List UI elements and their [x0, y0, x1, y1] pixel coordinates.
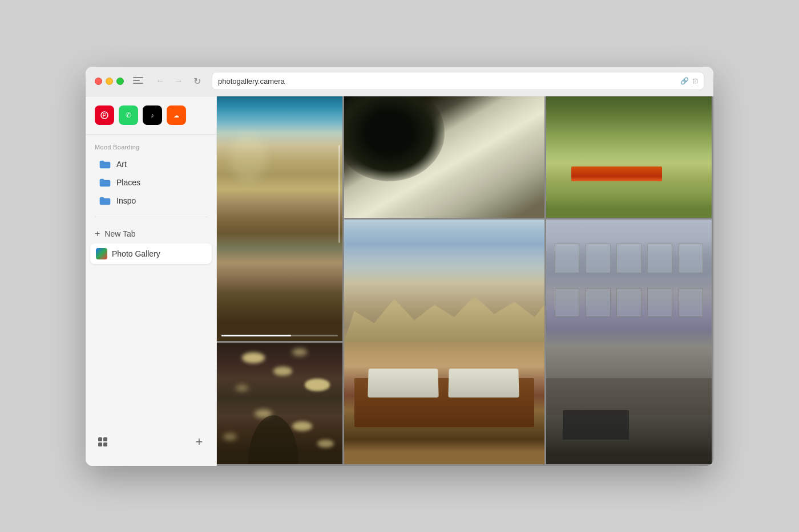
bookmarks-row: P ✆ ♪ ☁	[86, 105, 216, 135]
title-bar: ← → ↻ photogallery.camera 🔗 ⊡	[86, 67, 713, 96]
bookmark-whatsapp[interactable]: ✆	[119, 105, 138, 125]
svg-text:♪: ♪	[151, 112, 154, 119]
active-tab[interactable]: Photo Gallery	[90, 243, 212, 264]
nav-buttons: ← → ↻	[152, 73, 205, 89]
add-icon: +	[196, 436, 203, 448]
address-bar[interactable]: photogallery.camera 🔗 ⊡	[212, 72, 704, 90]
refresh-button[interactable]: ↻	[189, 73, 205, 89]
bookmark-soundcloud[interactable]: ☁	[167, 105, 186, 125]
folder-icon-places	[99, 178, 111, 187]
sidebar-item-art-label: Art	[116, 160, 127, 169]
sidebar-footer: +	[86, 427, 216, 457]
forward-button[interactable]: →	[171, 73, 187, 89]
gallery-area	[217, 96, 713, 466]
photo-paris-building[interactable]	[546, 220, 712, 464]
new-tab-label: New Tab	[104, 229, 135, 238]
link-icon[interactable]: 🔗	[680, 77, 689, 85]
svg-text:☁: ☁	[173, 112, 179, 119]
svg-text:P: P	[103, 112, 107, 119]
sidebar-divider	[95, 217, 207, 217]
photo-green-bench[interactable]	[546, 96, 712, 218]
section-label: Mood Boarding	[86, 135, 216, 155]
sidebar-item-inspo-label: Inspo	[116, 196, 136, 205]
browser-window: ← → ↻ photogallery.camera 🔗 ⊡ P ✆ ♪	[86, 67, 713, 466]
sidebar-item-places-label: Places	[116, 178, 140, 187]
add-button[interactable]: +	[191, 434, 207, 450]
active-tab-label: Photo Gallery	[112, 249, 160, 258]
traffic-lights	[95, 78, 124, 85]
sidebar-toggle-button[interactable]	[133, 77, 143, 85]
url-text: photogallery.camera	[218, 77, 677, 86]
settings-icon[interactable]	[95, 434, 111, 450]
sidebar-item-inspo[interactable]: Inspo	[90, 192, 212, 210]
photo-beach-aerial[interactable]	[217, 96, 342, 341]
scroll-indicator	[338, 145, 340, 243]
progress-indicator	[221, 335, 338, 336]
share-icon[interactable]: ⊡	[692, 77, 698, 85]
photo-bokeh-lights[interactable]	[217, 343, 342, 464]
plus-icon: +	[95, 229, 100, 239]
close-button[interactable]	[95, 78, 102, 85]
sidebar-item-art[interactable]: Art	[90, 155, 212, 173]
svg-rect-8	[103, 442, 107, 446]
tab-favicon	[96, 248, 107, 259]
svg-text:✆: ✆	[126, 111, 131, 119]
photo-pathway[interactable]	[344, 96, 544, 218]
bookmark-tiktok[interactable]: ♪	[143, 105, 162, 125]
sidebar: P ✆ ♪ ☁ Mood Boarding	[86, 96, 217, 466]
photo-desert-loungers[interactable]	[344, 220, 544, 464]
back-button[interactable]: ←	[152, 73, 168, 89]
folder-icon-inspo	[99, 196, 111, 205]
main-area: P ✆ ♪ ☁ Mood Boarding	[86, 96, 713, 466]
svg-rect-6	[103, 437, 107, 441]
maximize-button[interactable]	[116, 78, 124, 85]
new-tab-button[interactable]: + New Tab	[86, 224, 216, 243]
bookmark-pinterest[interactable]: P	[95, 105, 114, 125]
svg-rect-5	[98, 437, 102, 441]
folder-icon-art	[99, 160, 111, 169]
minimize-button[interactable]	[106, 78, 113, 85]
svg-rect-7	[98, 442, 102, 446]
sidebar-item-places[interactable]: Places	[90, 173, 212, 192]
